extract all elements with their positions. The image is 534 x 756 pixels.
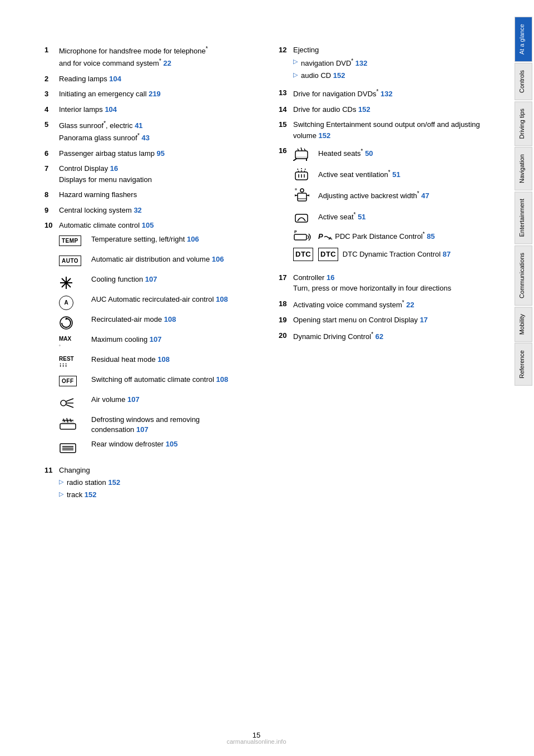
- left-numbered-list: 1 Microphone for handsfree mode for tele…: [44, 45, 256, 502]
- item-number: 19: [279, 315, 290, 326]
- sidebar-tab-reference[interactable]: Reference: [515, 343, 532, 386]
- main-content: 1 Microphone for handsfree mode for tele…: [0, 0, 513, 756]
- climate-row-auto: AUTO Automatic air distribution and volu…: [59, 254, 256, 270]
- seat-vent-icon: [293, 166, 318, 182]
- snowflake-svg: [59, 276, 73, 290]
- two-column-layout: 1 Microphone for handsfree mode for tele…: [44, 45, 491, 507]
- item-number: 2: [44, 73, 56, 85]
- section-16-row: Adjusting active backrest width* 47: [293, 188, 491, 203]
- climate-desc: AUC Automatic recirculated-air control 1…: [91, 294, 256, 305]
- item-number: 18: [279, 298, 290, 310]
- svg-marker-42: [295, 194, 296, 197]
- item-text: Interior lamps 104: [59, 104, 256, 115]
- svg-rect-24: [295, 156, 308, 159]
- climate-desc: Residual heat mode 108: [91, 355, 256, 365]
- arrow-icon: ▷: [293, 57, 298, 66]
- off-icon: OFF: [59, 375, 87, 386]
- section-16-grid: Heated seats* 50: [293, 145, 491, 261]
- svg-line-13: [69, 406, 73, 408]
- climate-row-rear-defroster: Rear window defroster 105: [59, 439, 256, 455]
- sidebar-tab-mobility[interactable]: Mobility: [515, 307, 532, 342]
- item-number: 16: [279, 145, 290, 156]
- item-number: 4: [44, 104, 56, 115]
- climate-desc: Switching off automatic climate control …: [91, 375, 256, 385]
- item-text: Central locking system 32: [59, 205, 256, 216]
- list-item: 18 Activating voice command system* 22: [279, 298, 491, 311]
- climate-desc: Temperature setting, left/right 106: [91, 234, 256, 244]
- sidebar-tab-communications[interactable]: Communications: [515, 246, 532, 306]
- sidebar-tab-driving-tips[interactable]: Driving tips: [515, 101, 532, 146]
- item-text: Drive for navigation DVDs* 132: [293, 87, 491, 100]
- item-number: 7: [44, 163, 56, 174]
- arrow-icon: ▷: [293, 70, 298, 80]
- climate-row-temp: TEMP Temperature setting, left/right 106: [59, 234, 256, 250]
- item-number: 14: [279, 104, 290, 115]
- svg-line-10: [66, 405, 69, 406]
- svg-line-8: [66, 400, 69, 401]
- list-item: 19 Opening start menu on Control Display…: [279, 315, 491, 326]
- sidebar-tabs: At a glance Controls Driving tips Naviga…: [515, 17, 532, 387]
- item-number: 12: [279, 45, 290, 56]
- item-number: 9: [44, 205, 56, 216]
- list-item: 20 Dynamic Driving Control* 62: [279, 330, 491, 342]
- item-number: 11: [44, 465, 56, 476]
- sidebar-tab-navigation[interactable]: Navigation: [515, 147, 532, 190]
- item-text: Opening start menu on Control Display 17: [293, 315, 491, 326]
- item-number: 5: [44, 119, 56, 130]
- item-number: 3: [44, 89, 56, 100]
- climate-row-recirc: Recirculated-air mode 108: [59, 315, 256, 330]
- svg-point-44: [295, 188, 297, 190]
- sub-list-item: ▷ track 152: [59, 489, 256, 500]
- list-item: 7 Control Display 16 Displays for menu n…: [44, 163, 256, 185]
- sub-list-item: ▷ radio station 152: [59, 477, 256, 488]
- item-number: 10: [44, 220, 56, 231]
- sub-list: ▷ navigation DVD* 132 ▷ audio CD 152: [293, 57, 491, 81]
- item-text: Ejecting ▷ navigation DVD* 132 ▷ audio C…: [293, 45, 491, 83]
- climate-row-auc: A AUC Automatic recirculated-air control…: [59, 294, 256, 310]
- item-text: Changing ▷ radio station 152 ▷ track 152: [59, 465, 256, 502]
- recirculate-icon: [59, 315, 87, 330]
- climate-row-max: MAX◦ Maximum cooling 107: [59, 335, 256, 350]
- item-text: Switching Entertainment sound output on/…: [293, 119, 491, 141]
- list-item: 11 Changing ▷ radio station 152 ▷ t: [44, 465, 256, 502]
- item-number: 8: [44, 189, 56, 200]
- section-16-text: P PDC Park Distance Control* 85: [318, 230, 491, 242]
- backrest-icon: [293, 188, 318, 203]
- item-text: Activating voice command system* 22: [293, 298, 491, 311]
- defrost-front-svg: [59, 416, 77, 430]
- heated-seat-icon: [293, 145, 318, 161]
- left-column: 1 Microphone for handsfree mode for tele…: [44, 45, 256, 507]
- section-16-text: Active seat* 51: [318, 210, 491, 223]
- sub-list: ▷ radio station 152 ▷ track 152: [59, 477, 256, 500]
- item-text: Dynamic Driving Control* 62: [293, 330, 491, 342]
- list-item: 3 Initiating an emergency call 219: [44, 89, 256, 100]
- watermark: carmanualsonline.info: [0, 738, 513, 745]
- climate-desc: Cooling function 107: [91, 274, 256, 284]
- section-16-text: Adjusting active backrest width* 47: [318, 189, 491, 202]
- list-item: 6 Passenger airbag status lamp 95: [44, 148, 256, 159]
- list-item: 9 Central locking system 32: [44, 205, 256, 216]
- sidebar-tab-entertainment[interactable]: Entertainment: [515, 192, 532, 244]
- sidebar-tab-at-a-glance[interactable]: At a glance: [515, 17, 532, 62]
- right-column: 12 Ejecting ▷ navigation DVD* 132 ▷: [279, 45, 491, 507]
- dtc-icon: DTC: [293, 248, 318, 261]
- defrost-front-icon: [59, 415, 87, 430]
- svg-line-11: [69, 399, 73, 400]
- right-numbered-list: 12 Ejecting ▷ navigation DVD* 132 ▷: [279, 45, 491, 342]
- svg-point-4: [65, 281, 68, 284]
- list-item: 14 Drive for audio CDs 152: [279, 104, 491, 115]
- svg-line-34: [298, 169, 299, 172]
- climate-desc: Recirculated-air mode 108: [91, 315, 256, 325]
- item-number: 20: [279, 330, 290, 341]
- svg-rect-46: [294, 234, 306, 240]
- item-number: 13: [279, 87, 290, 99]
- sidebar-tab-controls[interactable]: Controls: [515, 63, 532, 100]
- item-text: Drive for audio CDs 152: [293, 104, 491, 115]
- auc-icon: A: [59, 294, 87, 310]
- item-text: Reading lamps 104: [59, 73, 256, 85]
- svg-point-37: [300, 189, 304, 192]
- rear-defroster-svg: [59, 440, 77, 455]
- list-item: 16: [279, 145, 491, 267]
- climate-row-off: OFF Switching off automatic climate cont…: [59, 375, 256, 390]
- svg-line-28: [293, 159, 296, 161]
